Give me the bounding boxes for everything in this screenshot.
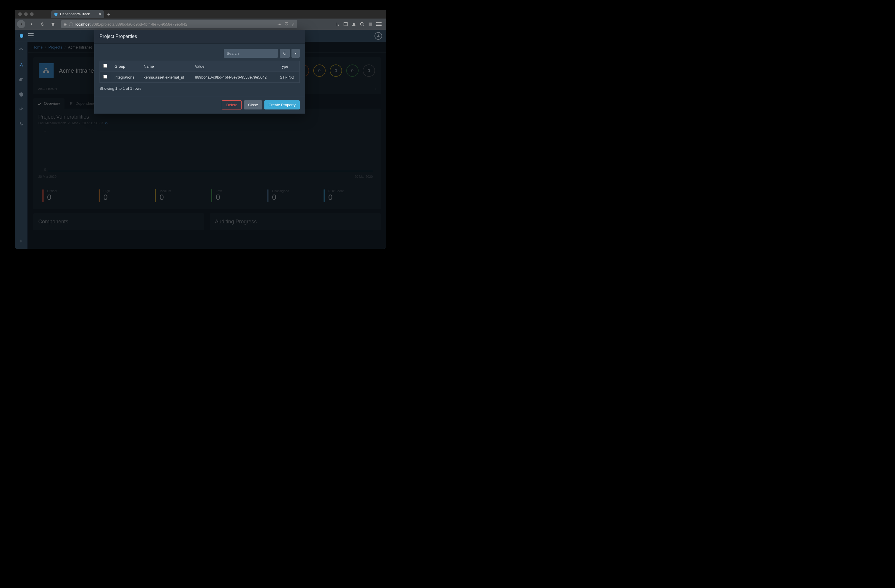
search-input[interactable] bbox=[224, 49, 278, 58]
nav-forward-button[interactable] bbox=[28, 20, 36, 28]
app-menu-button[interactable] bbox=[376, 22, 382, 26]
tab-close-icon[interactable]: × bbox=[99, 12, 101, 17]
bookmark-star-icon[interactable]: ☆ bbox=[291, 22, 295, 26]
sidebar-item-vulnerabilities[interactable] bbox=[17, 90, 26, 99]
extension-icon[interactable] bbox=[368, 22, 373, 26]
table-options-button[interactable]: ▼ bbox=[291, 49, 300, 58]
pocket-icon[interactable] bbox=[284, 22, 288, 27]
table-row[interactable]: integrations kenna.asset.external_id 889… bbox=[100, 72, 300, 83]
app-logo bbox=[19, 33, 24, 39]
column-type[interactable]: Type bbox=[276, 61, 300, 72]
url-bar[interactable]: ◉ i localhost:8081/projects/889bc4a0-c9b… bbox=[61, 20, 297, 28]
svg-point-7 bbox=[21, 63, 21, 64]
account-icon[interactable] bbox=[352, 22, 356, 26]
svg-point-10 bbox=[20, 123, 21, 124]
column-name[interactable]: Name bbox=[140, 61, 191, 72]
url-more-icon[interactable]: ••• bbox=[277, 22, 281, 26]
library-icon[interactable] bbox=[335, 22, 340, 26]
tracking-shield-icon[interactable]: ◉ bbox=[64, 22, 67, 26]
browser-tab[interactable]: Dependency-Track × bbox=[51, 10, 104, 18]
select-all-checkbox[interactable] bbox=[103, 64, 107, 68]
traffic-zoom[interactable] bbox=[30, 12, 33, 16]
sidebar-item-admin[interactable] bbox=[17, 119, 26, 129]
close-button[interactable]: Close bbox=[244, 100, 262, 109]
traffic-close[interactable] bbox=[18, 12, 22, 16]
sidebar-collapse-icon[interactable] bbox=[17, 236, 26, 246]
sidebar-toggle-icon[interactable] bbox=[28, 33, 33, 39]
column-value[interactable]: Value bbox=[191, 61, 276, 72]
svg-rect-5 bbox=[369, 23, 372, 26]
svg-point-2 bbox=[353, 23, 355, 24]
traffic-minimize[interactable] bbox=[24, 12, 28, 16]
nav-back-button[interactable] bbox=[17, 20, 25, 28]
properties-table: Group Name Value Type integrations kenna… bbox=[100, 61, 300, 83]
refresh-button[interactable] bbox=[280, 49, 290, 58]
sidebar-item-projects[interactable] bbox=[17, 60, 26, 70]
svg-point-6 bbox=[378, 35, 379, 36]
favicon bbox=[54, 12, 58, 16]
site-info-icon[interactable]: i bbox=[69, 22, 73, 26]
sidebar-item-dashboard[interactable] bbox=[17, 45, 26, 55]
url-text: localhost:8081/projects/889bc4a0-c9bd-4b… bbox=[75, 22, 187, 26]
project-properties-modal: Project Properties ▼ Group Name Value Ty… bbox=[94, 30, 305, 114]
user-avatar[interactable] bbox=[375, 32, 382, 40]
nav-home-button[interactable] bbox=[49, 20, 57, 28]
create-property-button[interactable]: Create Property bbox=[264, 100, 300, 109]
svg-text:i: i bbox=[362, 23, 363, 26]
row-checkbox[interactable] bbox=[103, 75, 107, 79]
column-group[interactable]: Group bbox=[111, 61, 140, 72]
showing-text: Showing 1 to 1 of 1 rows bbox=[100, 86, 300, 91]
tab-title: Dependency-Track bbox=[60, 12, 90, 16]
new-tab-button[interactable]: + bbox=[107, 12, 111, 18]
sidebar-item-components[interactable] bbox=[17, 75, 26, 85]
info-icon[interactable]: i bbox=[360, 22, 364, 26]
sidebar-item-licenses[interactable] bbox=[17, 105, 26, 114]
modal-title: Project Properties bbox=[94, 30, 305, 44]
delete-button[interactable]: Delete bbox=[222, 100, 242, 109]
nav-reload-button[interactable] bbox=[38, 20, 47, 28]
svg-rect-0 bbox=[344, 23, 347, 26]
sidebar-icon[interactable] bbox=[343, 22, 348, 26]
